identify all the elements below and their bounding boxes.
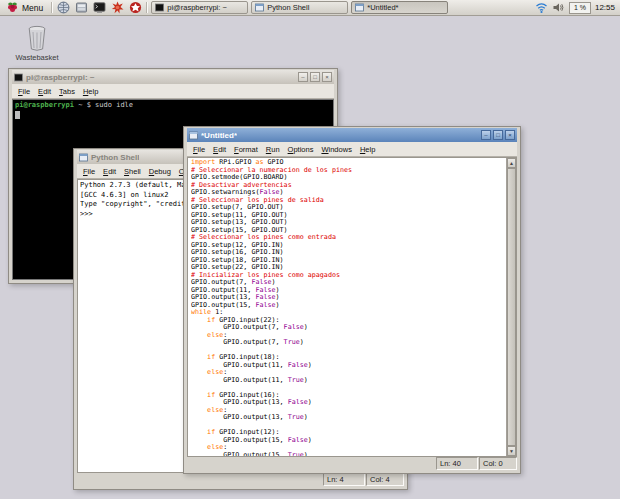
shell-window-icon bbox=[79, 153, 88, 162]
task-button-python-shell[interactable]: Python Shell bbox=[251, 1, 348, 14]
shell-statusbar: Ln: 4 Col: 4 bbox=[77, 473, 404, 486]
menu-item-file[interactable]: File bbox=[14, 86, 34, 97]
clock[interactable]: 12:55 bbox=[595, 3, 617, 12]
editor-line-indicator: Ln: 40 bbox=[436, 457, 478, 470]
raspberry-pi-icon bbox=[6, 1, 19, 14]
editor-window: *Untitled* – □ × FileEditFormatRunOption… bbox=[183, 126, 521, 474]
terminal-icon bbox=[93, 1, 106, 14]
maximize-button[interactable]: □ bbox=[493, 130, 503, 140]
menu-item-windows[interactable]: Windows bbox=[317, 144, 355, 155]
terminal-menubar: FileEditTabsHelp bbox=[12, 84, 334, 99]
terminal-cursor bbox=[15, 111, 20, 119]
terminal-command: sudo idle bbox=[95, 101, 133, 109]
close-button[interactable]: × bbox=[322, 72, 332, 82]
desktop: Menu bbox=[0, 0, 620, 499]
task-button-terminal[interactable]: pi@raspberrypi: ~ bbox=[151, 1, 248, 14]
menu-label: Menu bbox=[22, 3, 43, 13]
maximize-button[interactable]: □ bbox=[310, 72, 320, 82]
task-button-label: *Untitled* bbox=[367, 3, 398, 12]
minimize-button[interactable]: – bbox=[298, 72, 308, 82]
window-task-icon bbox=[255, 3, 264, 12]
code-line: GPIO.output(13, False) bbox=[191, 399, 505, 407]
editor-scrollbar[interactable]: ▲ ▼ bbox=[506, 158, 516, 456]
code-line: GPIO.output(15, False) bbox=[191, 437, 505, 445]
menu-item-help[interactable]: Help bbox=[79, 86, 102, 97]
mathematica-launcher[interactable] bbox=[110, 1, 125, 15]
editor-window-icon bbox=[189, 131, 198, 140]
menu-item-debug[interactable]: Debug bbox=[145, 166, 175, 177]
editor-column-indicator: Col: 0 bbox=[479, 457, 517, 470]
wastebasket-icon bbox=[24, 24, 50, 52]
web-browser-launcher[interactable] bbox=[56, 1, 71, 15]
taskbar-separator bbox=[51, 2, 53, 13]
web-browser-icon bbox=[57, 1, 70, 14]
task-button-untitled[interactable]: *Untitled* bbox=[351, 1, 448, 14]
task-button-label: Python Shell bbox=[267, 3, 309, 12]
editor-code: import RPi.GPIO as GPIO# Seleccionar la … bbox=[191, 159, 505, 456]
taskbar: Menu bbox=[0, 0, 620, 16]
close-button[interactable]: × bbox=[505, 130, 515, 140]
editor-menubar: FileEditFormatRunOptionsWindowsHelp bbox=[187, 142, 517, 157]
terminal-prompt-path: ~ $ bbox=[74, 101, 95, 109]
editor-text-area[interactable]: import RPi.GPIO as GPIO# Seleccionar la … bbox=[187, 157, 517, 457]
wastebasket-label: Wastebasket bbox=[8, 53, 66, 62]
menu-button[interactable]: Menu bbox=[3, 1, 48, 15]
mathematica-icon bbox=[111, 1, 124, 14]
code-line: GPIO.output(11, True) bbox=[191, 377, 505, 385]
scroll-down-icon[interactable]: ▼ bbox=[507, 446, 516, 456]
task-button-label: pi@raspberrypi: ~ bbox=[167, 3, 227, 12]
code-line: GPIO.output(7, False) bbox=[191, 324, 505, 332]
shell-column-indicator: Col: 4 bbox=[366, 473, 404, 486]
window-task-icon bbox=[355, 3, 364, 12]
terminal-window-icon bbox=[14, 73, 23, 82]
code-line: GPIO.output(13, True) bbox=[191, 414, 505, 422]
terminal-task-icon bbox=[155, 3, 164, 12]
menu-item-edit[interactable]: Edit bbox=[209, 144, 230, 155]
menu-item-tabs[interactable]: Tabs bbox=[55, 86, 79, 97]
editor-statusbar: Ln: 40 Col: 0 bbox=[187, 457, 517, 470]
editor-titlebar[interactable]: *Untitled* – □ × bbox=[187, 128, 517, 142]
terminal-titlebar[interactable]: pi@raspberrypi: ~ – □ × bbox=[12, 70, 334, 84]
wolfram-launcher[interactable] bbox=[128, 1, 143, 15]
menu-item-file[interactable]: File bbox=[79, 166, 99, 177]
menu-item-edit[interactable]: Edit bbox=[34, 86, 55, 97]
menu-item-shell[interactable]: Shell bbox=[120, 166, 145, 177]
menu-item-edit[interactable]: Edit bbox=[99, 166, 120, 177]
editor-window-title: *Untitled* bbox=[201, 131, 237, 140]
terminal-prompt-user: pi@raspberrypi bbox=[15, 101, 74, 109]
system-tray: 1 % 12:55 bbox=[535, 1, 617, 14]
menu-item-run[interactable]: Run bbox=[262, 144, 284, 155]
code-line: GPIO.output(15, True) bbox=[191, 452, 505, 457]
terminal-window-title: pi@raspberrypi: ~ bbox=[26, 73, 95, 82]
taskbar-separator bbox=[146, 2, 148, 13]
scroll-up-icon[interactable]: ▲ bbox=[507, 158, 516, 168]
menu-item-options[interactable]: Options bbox=[284, 144, 318, 155]
terminal-launcher[interactable] bbox=[92, 1, 107, 15]
file-manager-icon bbox=[75, 1, 88, 14]
code-line: GPIO.output(15, False) bbox=[191, 302, 505, 310]
wifi-icon[interactable] bbox=[535, 1, 548, 14]
shell-line-indicator: Ln: 4 bbox=[323, 473, 365, 486]
wastebasket-desktop-icon[interactable]: Wastebasket bbox=[8, 24, 66, 62]
menu-item-help[interactable]: Help bbox=[356, 144, 379, 155]
volume-icon[interactable] bbox=[552, 1, 565, 14]
file-manager-launcher[interactable] bbox=[74, 1, 89, 15]
code-line: GPIO.output(11, False) bbox=[191, 362, 505, 370]
menu-item-format[interactable]: Format bbox=[230, 144, 262, 155]
terminal-prompt-line: pi@raspberrypi ~ $ sudo idle bbox=[15, 101, 331, 110]
cpu-label: 1 % bbox=[574, 4, 586, 11]
cpu-monitor: 1 % bbox=[569, 2, 591, 14]
menu-item-file[interactable]: File bbox=[189, 144, 209, 155]
shell-window-title: Python Shell bbox=[91, 153, 139, 162]
scrollbar-thumb[interactable] bbox=[507, 168, 516, 446]
wolfram-icon bbox=[129, 1, 142, 14]
minimize-button[interactable]: – bbox=[481, 130, 491, 140]
code-line: GPIO.output(7, True) bbox=[191, 339, 505, 347]
